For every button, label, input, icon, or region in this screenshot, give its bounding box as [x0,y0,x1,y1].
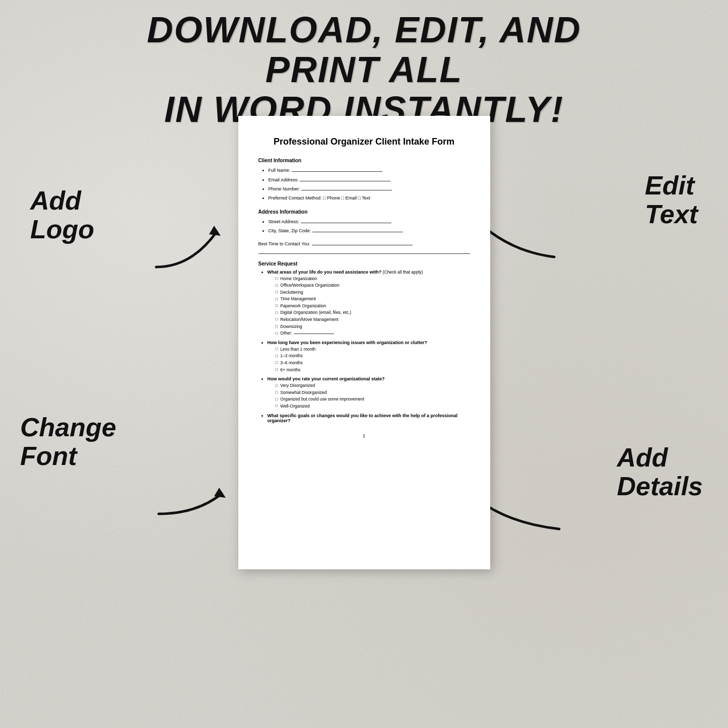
svg-marker-0 [209,226,221,236]
field-city: City, State, Zip Code: [269,227,470,235]
annotation-edit-text: EditText [645,171,698,229]
field-phone: Phone Number: [269,185,470,193]
main-title: DOWNLOAD, EDIT, AND PRINT ALL IN WORD IN… [138,10,591,130]
option-relocation: □ Relocation/Move Management [276,316,470,323]
option-somewhat-disorg: □ Somewhat Disorganized [276,389,470,396]
service-questions: What areas of your life do you need assi… [258,270,470,423]
document-paper: Professional Organizer Client Intake For… [238,116,490,569]
client-info-header: Client Information [258,158,470,163]
option-paperwork: □ Paperwork Organization [276,303,470,310]
question-2-options: □ Less than 1 month □ 1–3 months □ 3–6 m… [268,346,470,373]
divider [258,253,470,254]
field-email: Email Address: [269,176,470,184]
annotation-add-logo: AddLogo [30,186,94,244]
field-fullname: Full Name: [269,166,470,174]
option-very-disorg: □ Very Disorganized [276,382,470,389]
option-1-3-months: □ 1–3 months [276,353,470,360]
option-some-improvement: □ Organized but could use some improveme… [276,396,470,403]
title-line1: DOWNLOAD, EDIT, AND PRINT ALL [147,10,581,90]
service-request-header: Service Request [258,261,470,267]
option-well-org: □ Well-Organized [276,403,470,410]
option-less-1-month: □ Less than 1 month [276,346,470,353]
option-office-org: □ Office/Workspace Organization [276,282,470,289]
question-4: What specific goals or changes would you… [268,413,470,423]
option-3-6-months: □ 3–6 months [276,360,470,367]
best-time-field: Best Time to Contact You: [258,241,470,246]
option-downsizing: □ Downsizing [276,323,470,330]
client-info-fields: Full Name: Email Address: Phone Number: … [258,166,470,202]
field-contact-method: Preferred Contact Method: □ Phone □ Emai… [269,194,470,202]
field-street: Street Address: [269,218,470,226]
option-time-mgmt: □ Time Management [276,296,470,303]
page-number: 1 [258,433,470,438]
address-info-fields: Street Address: City, State, Zip Code: [258,218,470,235]
question-1-options: □ Home Organization □ Office/Workspace O… [268,276,470,337]
document-title: Professional Organizer Client Intake For… [258,136,470,148]
question-1: What areas of your life do you need assi… [268,270,470,337]
option-home-org: □ Home Organization [276,276,470,283]
option-6-plus-months: □ 6+ months [276,367,470,374]
question-2: How long have you been experiencing issu… [268,340,470,373]
address-info-header: Address Information [258,209,470,215]
annotation-add-details: AddDetails [617,443,703,501]
svg-marker-2 [214,488,226,498]
option-other: □ Other: [276,330,470,337]
annotation-change-font: ChangeFont [20,413,116,471]
option-digital: □ Digital Organization (email, files, et… [276,309,470,316]
option-declutter: □ Decluttering [276,289,470,296]
question-3-options: □ Very Disorganized □ Somewhat Disorgani… [268,382,470,410]
question-3: How would you rate your current organiza… [268,376,470,410]
